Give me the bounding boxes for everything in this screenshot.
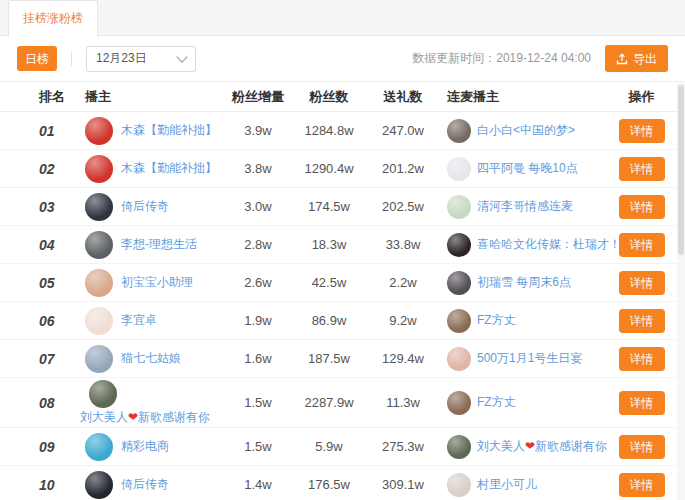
fan-gain-value: 2.8w [225,237,291,252]
rank-label: 10 [15,477,73,493]
gifts-count-value: 309.1w [367,477,439,492]
detail-button[interactable]: 详情 [619,391,665,415]
linked-broadcaster-cell: 初瑞雪 每周末6点 [439,271,613,295]
linked-avatar [447,309,471,333]
fan-gain-value: 1.9w [225,313,291,328]
detail-button[interactable]: 详情 [619,119,665,143]
broadcaster-link[interactable]: 猫七七姑娘 [121,350,181,367]
gifts-count-value: 9.2w [367,313,439,328]
fans-count-value: 174.5w [291,199,367,214]
broadcaster-link[interactable]: 倚后传奇 [121,198,169,215]
col-header-broadcaster: 播主 [73,88,225,106]
linked-broadcaster-link[interactable]: 四平阿曼 每晚10点 [477,160,578,177]
fan-gain-value: 1.4w [225,477,291,492]
fan-gain-value: 3.8w [225,161,291,176]
broadcaster-cell: 初宝宝小助理 [73,269,225,297]
linked-avatar [447,195,471,219]
linked-broadcaster-link[interactable]: 清河李哥情感连麦 [477,198,573,215]
broadcaster-cell: 猫七七姑娘 [73,345,225,373]
linked-broadcaster-link[interactable]: FZ方丈 [477,394,516,411]
broadcaster-link[interactable]: 精彩电商 [121,438,169,455]
linked-broadcaster-link[interactable]: 500万1月1号生日宴 [477,350,582,367]
gifts-count-value: 129.4w [367,351,439,366]
linked-broadcaster-link[interactable]: FZ方丈 [477,312,516,329]
table-row: 08 刘大美人❤新歌感谢有你 1.5w 2287.9w 11.3w FZ方丈 详… [0,378,685,428]
table-row: 03 倚后传奇 3.0w 174.5w 202.5w 清河李哥情感连麦 详情 [0,188,685,226]
detail-button[interactable]: 详情 [619,233,665,257]
broadcaster-avatar [85,155,113,183]
toolbar-divider [71,52,72,66]
linked-avatar [447,233,471,257]
export-button[interactable]: 导出 [605,45,668,72]
fans-count-value: 86.9w [291,313,367,328]
broadcaster-link[interactable]: 木森【勤能补拙】 [121,160,217,177]
fans-count-value: 176.5w [291,477,367,492]
linked-broadcaster-cell: FZ方丈 [439,391,613,415]
linked-broadcaster-cell: 白小白<中国的梦> [439,119,613,143]
broadcaster-link[interactable]: 木森【勤能补拙】 [121,122,217,139]
toolbar: 日榜 12月23日 数据更新时间：2019-12-24 04:00 导出 [0,36,685,82]
broadcaster-avatar [85,345,113,373]
detail-button[interactable]: 详情 [619,271,665,295]
table-row: 10 倚后传奇 1.4w 176.5w 309.1w 村里小可儿 详情 [0,466,685,500]
linked-broadcaster-link[interactable]: 刘大美人❤新歌感谢有你 [477,438,607,455]
scrollbar[interactable] [677,83,685,500]
broadcaster-link[interactable]: 倚后传奇 [121,476,169,493]
rank-label: 09 [15,439,73,455]
update-time-text: 数据更新时间：2019-12-24 04:00 [412,50,591,67]
linked-broadcaster-cell: 村里小可儿 [439,473,613,497]
upload-icon [616,53,628,65]
linked-avatar [447,347,471,371]
linked-broadcaster-link[interactable]: 初瑞雪 每周末6点 [477,274,571,291]
broadcaster-avatar [85,307,113,335]
linked-avatar [447,391,471,415]
chevron-down-icon [176,51,187,62]
fan-gain-value: 1.5w [225,395,291,410]
detail-button[interactable]: 详情 [619,473,665,497]
rank-label: 02 [15,161,73,177]
table-row: 04 李想-理想生活 2.8w 18.3w 33.8w 喜哈哈文化传媒：杜瑞才！… [0,226,685,264]
broadcaster-avatar [89,380,117,408]
detail-button[interactable]: 详情 [619,435,665,459]
linked-broadcaster-cell: FZ方丈 [439,309,613,333]
table-row: 05 初宝宝小助理 2.6w 42.5w 2.2w 初瑞雪 每周末6点 详情 [0,264,685,302]
fans-count-value: 42.5w [291,275,367,290]
date-select[interactable]: 12月23日 [86,46,196,72]
detail-button[interactable]: 详情 [619,157,665,181]
detail-button[interactable]: 详情 [619,309,665,333]
table-row: 01 木森【勤能补拙】 3.9w 1284.8w 247.0w 白小白<中国的梦… [0,112,685,150]
broadcaster-link[interactable]: 刘大美人❤新歌感谢有你 [80,409,210,426]
fan-gain-value: 1.6w [225,351,291,366]
table-row: 02 木森【勤能补拙】 3.8w 1290.4w 201.2w 四平阿曼 每晚1… [0,150,685,188]
detail-button[interactable]: 详情 [619,195,665,219]
tab-fan-growth-ranking[interactable]: 挂榜涨粉榜 [8,0,98,36]
broadcaster-link[interactable]: 李宜卓 [121,312,157,329]
export-button-label: 导出 [633,53,657,65]
rank-label: 04 [15,237,73,253]
scrollbar-thumb[interactable] [678,85,684,255]
broadcaster-cell: 李想-理想生活 [73,231,225,259]
linked-broadcaster-cell: 清河李哥情感连麦 [439,195,613,219]
gifts-count-value: 11.3w [367,395,439,410]
broadcaster-cell: 倚后传奇 [73,471,225,499]
fans-count-value: 5.9w [291,439,367,454]
linked-broadcaster-link[interactable]: 村里小可儿 [477,476,537,493]
fans-count-value: 1290.4w [291,161,367,176]
detail-button[interactable]: 详情 [619,347,665,371]
linked-broadcaster-cell: 四平阿曼 每晚10点 [439,157,613,181]
ranking-table: 排名 播主 粉丝增量 粉丝数 送礼数 连麦播主 操作 01 木森【勤能补拙】 3… [0,82,685,500]
linked-broadcaster-link[interactable]: 喜哈哈文化传媒：杜瑞才！ [477,236,621,253]
broadcaster-link[interactable]: 李想-理想生活 [121,236,197,253]
broadcaster-link[interactable]: 初宝宝小助理 [121,274,193,291]
daily-rank-button[interactable]: 日榜 [17,46,57,71]
table-row: 09 精彩电商 1.5w 5.9w 275.3w 刘大美人❤新歌感谢有你 详情 [0,428,685,466]
broadcaster-cell: 倚后传奇 [73,193,225,221]
date-select-value: 12月23日 [96,50,147,67]
gifts-count-value: 2.2w [367,275,439,290]
rank-label: 05 [15,275,73,291]
broadcaster-avatar [85,193,113,221]
broadcaster-cell: 李宜卓 [73,307,225,335]
tab-bar: 挂榜涨粉榜 [0,0,685,36]
linked-broadcaster-link[interactable]: 白小白<中国的梦> [477,122,575,139]
broadcaster-avatar [85,117,113,145]
